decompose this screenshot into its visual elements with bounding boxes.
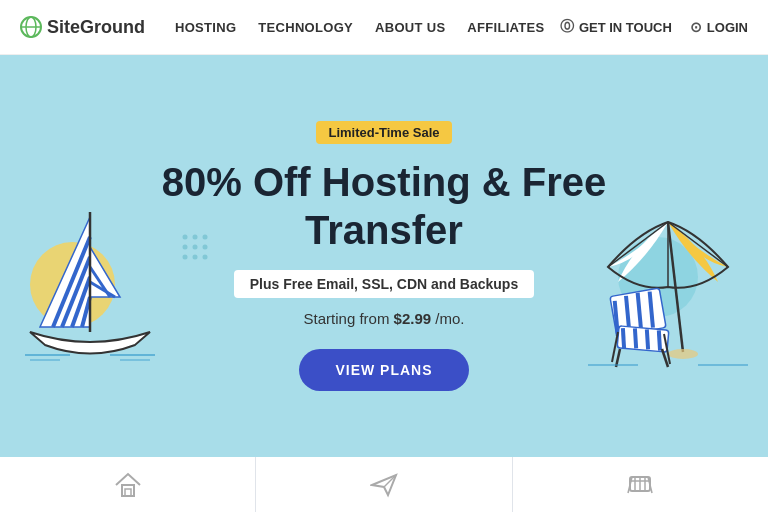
nav-right: ⓪ GET IN TOUCH ⊙ LOGIN <box>560 18 748 36</box>
navbar: SiteGround HOSTING TECHNOLOGY ABOUT US A… <box>0 0 768 55</box>
hosting-card[interactable] <box>0 457 256 512</box>
svg-rect-47 <box>125 489 131 496</box>
cart-icon <box>626 471 654 499</box>
bottom-cards <box>0 457 768 512</box>
nav-hosting[interactable]: HOSTING <box>175 20 236 35</box>
price-prefix: Starting from <box>304 310 394 327</box>
user-icon: ⊙ <box>690 19 702 35</box>
svg-point-29 <box>668 349 698 359</box>
transfer-card[interactable] <box>256 457 512 512</box>
sale-badge: Limited-Time Sale <box>316 121 451 144</box>
get-in-touch-link[interactable]: ⓪ GET IN TOUCH <box>560 18 672 36</box>
nav-links: HOSTING TECHNOLOGY ABOUT US AFFILIATES <box>175 20 560 35</box>
sailboat-illustration <box>20 207 160 367</box>
logo[interactable]: SiteGround <box>20 16 145 38</box>
get-in-touch-label: GET IN TOUCH <box>579 20 672 35</box>
login-link[interactable]: ⊙ LOGIN <box>690 19 748 35</box>
house-icon <box>114 471 142 499</box>
paper-plane-icon <box>370 471 398 499</box>
price-value: $2.99 <box>394 310 432 327</box>
siteground-logo-icon <box>20 16 42 38</box>
hero-content: Limited-Time Sale 80% Off Hosting & Free… <box>144 121 624 391</box>
hero-subtitle: Plus Free Email, SSL, CDN and Backups <box>234 270 534 298</box>
hero-price: Starting from $2.99 /mo. <box>304 310 465 327</box>
tech-card[interactable] <box>513 457 768 512</box>
nav-about-us[interactable]: ABOUT US <box>375 20 445 35</box>
login-label: LOGIN <box>707 20 748 35</box>
logo-text: SiteGround <box>47 17 145 38</box>
svg-rect-46 <box>122 485 134 496</box>
price-suffix: /mo. <box>431 310 464 327</box>
nav-technology[interactable]: TECHNOLOGY <box>258 20 353 35</box>
view-plans-button[interactable]: VIEW PLANS <box>299 349 468 391</box>
hero-title: 80% Off Hosting & Free Transfer <box>144 158 624 254</box>
nav-affiliates[interactable]: AFFILIATES <box>467 20 544 35</box>
hero-section: Limited-Time Sale 80% Off Hosting & Free… <box>0 55 768 457</box>
help-icon: ⓪ <box>560 18 574 36</box>
